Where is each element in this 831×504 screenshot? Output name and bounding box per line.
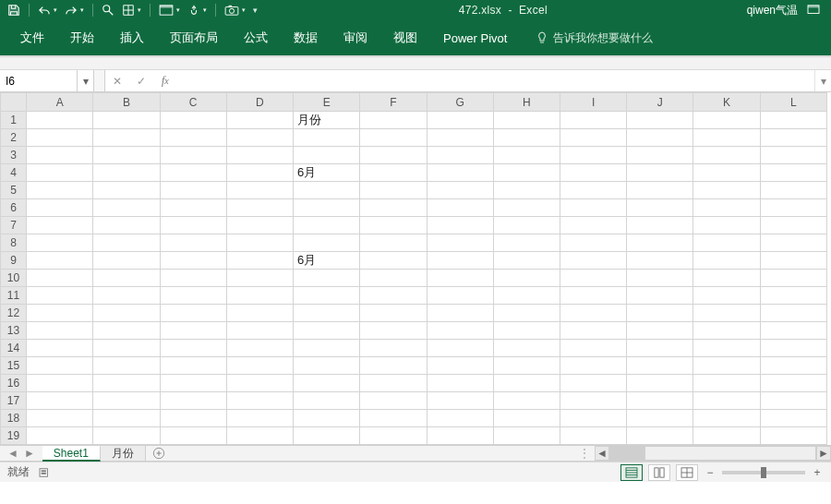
horizontal-scrollbar[interactable]: ◄ ►: [595, 446, 831, 461]
cell-F4[interactable]: [360, 164, 427, 182]
cell-B12[interactable]: [93, 305, 160, 322]
cell-H9[interactable]: [493, 252, 560, 270]
cell-I18[interactable]: [560, 410, 626, 427]
cell-K5[interactable]: [693, 182, 760, 199]
cell-L1[interactable]: [760, 112, 826, 129]
cell-I9[interactable]: [560, 252, 626, 270]
cell-C7[interactable]: [160, 217, 226, 234]
cell-F14[interactable]: [360, 340, 427, 357]
cell-C8[interactable]: [160, 234, 226, 252]
cell-A4[interactable]: [27, 164, 93, 182]
worksheet-grid[interactable]: A B C D E F G H I J K L 1月份2346月567896月1…: [0, 92, 831, 445]
cell-A15[interactable]: [27, 357, 93, 375]
select-all-corner[interactable]: [1, 93, 27, 112]
cell-D17[interactable]: [226, 392, 293, 410]
cell-D8[interactable]: [226, 234, 293, 252]
cell-E14[interactable]: [294, 340, 360, 357]
sheet-tab-month[interactable]: 月份: [101, 446, 146, 461]
cell-G11[interactable]: [427, 287, 493, 305]
cell-J17[interactable]: [627, 392, 693, 410]
cell-C9[interactable]: [160, 252, 226, 270]
cell-I4[interactable]: [560, 164, 626, 182]
cell-G2[interactable]: [427, 129, 493, 147]
cell-C6[interactable]: [160, 199, 226, 217]
cell-L16[interactable]: [760, 375, 826, 392]
cell-C12[interactable]: [160, 305, 226, 322]
row-header-2[interactable]: 2: [1, 129, 27, 147]
cell-F13[interactable]: [360, 322, 427, 340]
row-header-3[interactable]: 3: [1, 147, 27, 164]
cell-E8[interactable]: [294, 234, 360, 252]
tab-insert[interactable]: 插入: [107, 24, 157, 52]
row-header-18[interactable]: 18: [1, 410, 27, 427]
tell-me[interactable]: 告诉我你想要做什么: [520, 30, 653, 46]
name-box[interactable]: [0, 70, 78, 91]
hscroll-track[interactable]: [609, 446, 816, 461]
cell-C10[interactable]: [160, 270, 226, 287]
hscroll-left-icon[interactable]: ◄: [595, 446, 609, 461]
cell-F2[interactable]: [360, 129, 427, 147]
cell-J19[interactable]: [627, 427, 693, 445]
zoom-thumb[interactable]: [761, 467, 766, 478]
cell-K11[interactable]: [693, 287, 760, 305]
cell-J15[interactable]: [627, 357, 693, 375]
cell-J18[interactable]: [627, 410, 693, 427]
cell-J6[interactable]: [627, 199, 693, 217]
cell-D9[interactable]: [226, 252, 293, 270]
cell-A7[interactable]: [27, 217, 93, 234]
cell-H2[interactable]: [493, 129, 560, 147]
cell-F11[interactable]: [360, 287, 427, 305]
tab-power-pivot[interactable]: Power Pivot: [430, 26, 520, 51]
cell-B14[interactable]: [93, 340, 160, 357]
cell-F16[interactable]: [360, 375, 427, 392]
touch-mode-icon[interactable]: ▾: [186, 4, 209, 17]
cell-F1[interactable]: [360, 112, 427, 129]
hscroll-right-icon[interactable]: ►: [816, 446, 831, 461]
cell-C14[interactable]: [160, 340, 226, 357]
cell-G5[interactable]: [427, 182, 493, 199]
cell-J2[interactable]: [627, 129, 693, 147]
cell-B17[interactable]: [93, 392, 160, 410]
cell-B10[interactable]: [93, 270, 160, 287]
cell-I3[interactable]: [560, 147, 626, 164]
cell-J14[interactable]: [627, 340, 693, 357]
cell-L14[interactable]: [760, 340, 826, 357]
cell-J9[interactable]: [627, 252, 693, 270]
cell-L7[interactable]: [760, 217, 826, 234]
row-header-19[interactable]: 19: [1, 427, 27, 445]
cell-G17[interactable]: [427, 392, 493, 410]
tab-split-handle[interactable]: ⋮: [574, 447, 595, 460]
cell-A3[interactable]: [27, 147, 93, 164]
cell-K9[interactable]: [693, 252, 760, 270]
cell-A2[interactable]: [27, 129, 93, 147]
qat-customize-icon[interactable]: ▾: [251, 6, 259, 15]
cell-C11[interactable]: [160, 287, 226, 305]
cell-K18[interactable]: [693, 410, 760, 427]
cell-D12[interactable]: [226, 305, 293, 322]
cell-J3[interactable]: [627, 147, 693, 164]
cell-L18[interactable]: [760, 410, 826, 427]
cell-G10[interactable]: [427, 270, 493, 287]
cell-C3[interactable]: [160, 147, 226, 164]
cell-K13[interactable]: [693, 322, 760, 340]
tab-data[interactable]: 数据: [281, 24, 331, 52]
cell-B19[interactable]: [93, 427, 160, 445]
cell-H15[interactable]: [493, 357, 560, 375]
cell-A13[interactable]: [27, 322, 93, 340]
cell-A5[interactable]: [27, 182, 93, 199]
tab-page-layout[interactable]: 页面布局: [157, 24, 231, 52]
cell-K19[interactable]: [693, 427, 760, 445]
tab-home[interactable]: 开始: [57, 24, 107, 52]
cell-K15[interactable]: [693, 357, 760, 375]
cell-E3[interactable]: [294, 147, 360, 164]
cell-I12[interactable]: [560, 305, 626, 322]
row-header-8[interactable]: 8: [1, 234, 27, 252]
cell-G15[interactable]: [427, 357, 493, 375]
cell-D7[interactable]: [226, 217, 293, 234]
cell-F19[interactable]: [360, 427, 427, 445]
cell-K4[interactable]: [693, 164, 760, 182]
cell-A14[interactable]: [27, 340, 93, 357]
cell-I17[interactable]: [560, 392, 626, 410]
cell-F9[interactable]: [360, 252, 427, 270]
ribbon-display-options-icon[interactable]: [807, 5, 820, 16]
